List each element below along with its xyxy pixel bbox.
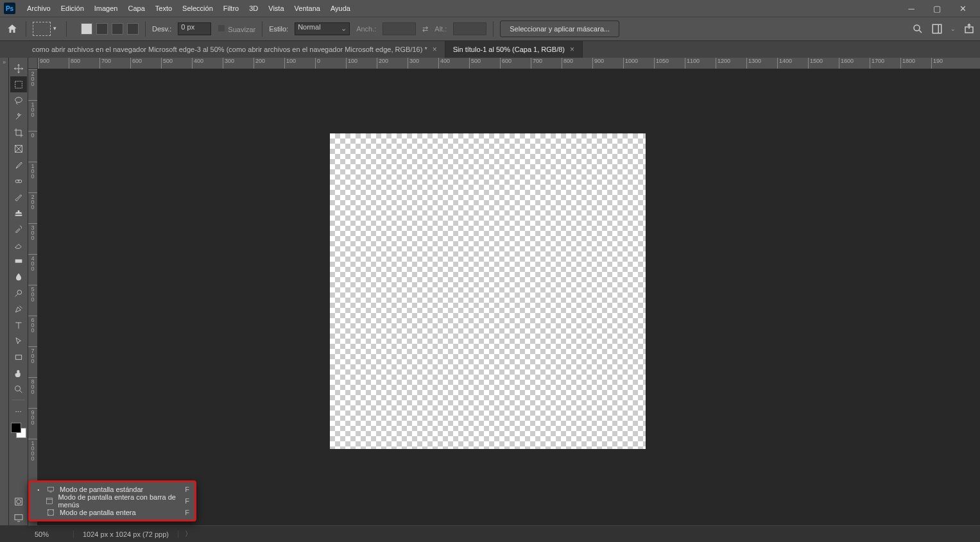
edit-toolbar-icon[interactable]: ··· xyxy=(10,403,27,419)
zoom-field[interactable]: 50% xyxy=(28,530,73,538)
vertical-ruler[interactable]: 2 0 01 0 001 0 02 0 03 0 04 0 05 0 06 0 … xyxy=(28,69,38,525)
style-select[interactable]: Normal xyxy=(295,22,350,35)
menu-texto[interactable]: Texto xyxy=(150,4,177,12)
menu-vista[interactable]: Vista xyxy=(263,4,289,12)
artboard[interactable] xyxy=(330,133,646,449)
select-and-mask-button[interactable]: Seleccionar y aplicar máscara... xyxy=(500,21,619,37)
option-label: Modo de pantalla entera con barra de men… xyxy=(58,493,185,509)
magic-wand-tool[interactable] xyxy=(10,108,27,124)
move-tool[interactable] xyxy=(10,60,27,76)
ruler-origin[interactable] xyxy=(28,58,38,69)
hand-tool[interactable] xyxy=(10,365,27,381)
close-icon[interactable]: × xyxy=(570,45,574,54)
crop-tool[interactable] xyxy=(10,124,27,140)
selected-icon: • xyxy=(35,487,42,493)
screenmode-option[interactable]: Modo de pantalla entera con barra de men… xyxy=(30,495,194,507)
document-tab[interactable]: como abrir archivos en el navegador Micr… xyxy=(24,41,445,58)
close-icon[interactable]: × xyxy=(433,45,437,54)
document-tab[interactable]: Sin título-1 al 50% (Capa 1, RGB/8)× xyxy=(445,41,583,58)
ruler-tick: 600 xyxy=(500,58,531,69)
tab-label: Sin título-1 al 50% (Capa 1, RGB/8) xyxy=(453,46,565,53)
ruler-tick: 1200 xyxy=(716,58,746,69)
selection-new-icon[interactable] xyxy=(81,23,92,35)
options-bar: Desv.: 0 px Suavizar Estilo: Normal Anch… xyxy=(0,17,980,41)
dodge-tool[interactable] xyxy=(10,285,27,301)
rectangle-tool[interactable] xyxy=(10,349,27,365)
ruler-tick: 1500 xyxy=(808,58,839,69)
feather-input[interactable]: 0 px xyxy=(178,22,211,35)
svg-rect-25 xyxy=(47,498,53,504)
maximize-button[interactable]: ▢ xyxy=(929,4,945,13)
svg-rect-21 xyxy=(15,514,22,520)
menu-ventana[interactable]: Ventana xyxy=(289,4,325,12)
selection-subtract-icon[interactable] xyxy=(112,23,123,35)
status-bar: 50% 1024 px x 1024 px (72 ppp) 〉 xyxy=(28,525,980,542)
document-info[interactable]: 1024 px x 1024 px (72 ppp) xyxy=(73,530,178,538)
menu-ayuda[interactable]: Ayuda xyxy=(325,4,356,12)
chevron-down-icon[interactable]: ⌄ xyxy=(950,26,956,32)
ruler-tick: 0 xyxy=(28,131,37,162)
selection-intersect-icon[interactable] xyxy=(127,23,139,35)
ruler-tick: 1000 xyxy=(623,58,654,69)
document-tabstrip: como abrir archivos en el navegador Micr… xyxy=(0,41,980,58)
zoom-tool[interactable] xyxy=(10,381,27,397)
screenmode-tool[interactable] xyxy=(10,509,27,525)
toolbox: ··· xyxy=(9,58,28,525)
home-icon[interactable] xyxy=(5,22,19,36)
horizontal-ruler[interactable]: 9008007006005004003002001000100200300400… xyxy=(38,58,980,69)
clone-stamp-tool[interactable] xyxy=(10,205,27,221)
menu-edición[interactable]: Edición xyxy=(56,4,89,12)
selection-add-icon[interactable] xyxy=(96,23,108,35)
menu-filtro[interactable]: Filtro xyxy=(218,4,244,12)
menu-imagen[interactable]: Imagen xyxy=(89,4,123,12)
marquee-tool[interactable] xyxy=(10,76,27,92)
ruler-tick: 1600 xyxy=(839,58,870,69)
pen-tool[interactable] xyxy=(10,301,27,317)
blur-tool[interactable] xyxy=(10,269,27,285)
minimize-button[interactable]: ─ xyxy=(903,4,920,13)
share-icon[interactable] xyxy=(963,23,975,35)
option-label: Modo de pantalla estándar xyxy=(60,486,143,493)
ruler-tick: 300 xyxy=(223,58,254,69)
eraser-tool[interactable] xyxy=(10,237,27,253)
menu-archivo[interactable]: Archivo xyxy=(22,4,56,12)
ruler-tick: 200 xyxy=(254,58,284,69)
canvas-pane: 9008007006005004003002001000100200300400… xyxy=(28,58,980,525)
ruler-tick: 1800 xyxy=(900,58,931,69)
healing-brush-tool[interactable] xyxy=(10,173,27,189)
ruler-tick: 800 xyxy=(69,58,99,69)
marquee-mode-icon[interactable] xyxy=(33,22,51,36)
menu-capa[interactable]: Capa xyxy=(123,4,150,12)
history-brush-tool[interactable] xyxy=(10,221,27,237)
gradient-tool[interactable] xyxy=(10,253,27,269)
quickmask-tool[interactable] xyxy=(10,493,27,509)
ruler-tick: 1 0 0 xyxy=(28,162,37,192)
color-swatches[interactable] xyxy=(11,423,26,438)
ruler-tick: 100 xyxy=(284,58,315,69)
ruler-tick: 900 xyxy=(38,58,69,69)
type-tool[interactable] xyxy=(10,317,27,333)
info-chevron-icon[interactable]: 〉 xyxy=(185,529,192,539)
close-button[interactable]: ✕ xyxy=(954,4,971,13)
ruler-tick: 500 xyxy=(469,58,500,69)
ruler-tick: 2 0 0 xyxy=(28,69,37,100)
svg-line-18 xyxy=(20,391,22,393)
shortcut-label: F xyxy=(185,486,189,493)
canvas-viewport[interactable] xyxy=(38,69,980,525)
brush-tool[interactable] xyxy=(10,189,27,205)
main-menubar: Ps ArchivoEdiciónImagenCapaTextoSelecció… xyxy=(0,0,980,17)
ruler-tick: 5 0 0 xyxy=(28,285,37,316)
search-icon[interactable] xyxy=(912,23,924,35)
ruler-tick: 1050 xyxy=(654,58,685,69)
menu-3d[interactable]: 3D xyxy=(244,4,263,12)
menu-selección[interactable]: Selección xyxy=(177,4,218,12)
svg-point-20 xyxy=(16,499,21,504)
lasso-tool[interactable] xyxy=(10,92,27,108)
panel-collapse-icon[interactable]: » xyxy=(0,58,9,525)
ruler-tick: 190 xyxy=(931,58,962,69)
frame-tool[interactable] xyxy=(10,140,27,157)
eyedropper-tool[interactable] xyxy=(10,157,27,173)
workspace-icon[interactable] xyxy=(931,23,943,35)
path-selection-tool[interactable] xyxy=(10,333,27,349)
ruler-tick: 800 xyxy=(562,58,592,69)
